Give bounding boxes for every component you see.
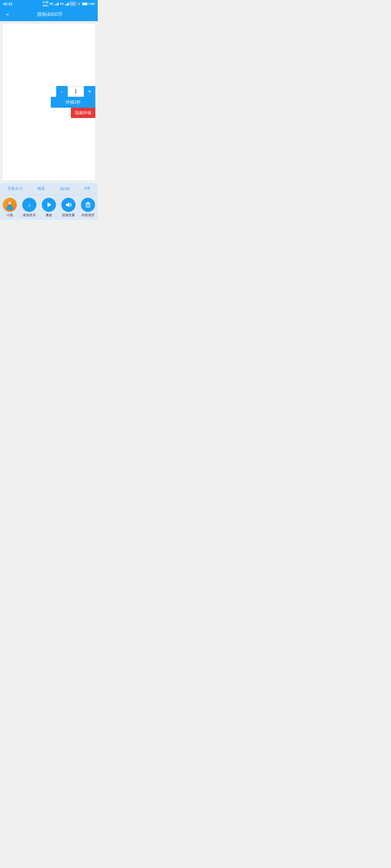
word-count-display: 0字 bbox=[84, 186, 90, 191]
volume-icon-circle bbox=[61, 198, 76, 212]
nav-item-play[interactable]: 播放 bbox=[41, 198, 57, 218]
nav-label-xiaoyan: 小燕 bbox=[6, 213, 13, 218]
nav-item-volume[interactable]: 语速音量 bbox=[60, 198, 77, 218]
page-title: 限制4000字 bbox=[15, 11, 85, 18]
nav-label-add-music: 添加音乐 bbox=[23, 213, 36, 218]
counter-minus-button[interactable]: - bbox=[56, 86, 67, 97]
weird-sound-button[interactable]: 怪音 bbox=[37, 186, 45, 191]
signal-icon-1 bbox=[55, 2, 59, 5]
person-icon bbox=[5, 199, 15, 210]
svg-marker-6 bbox=[66, 203, 69, 207]
counter-value-display: 1 bbox=[67, 86, 84, 97]
svg-point-3 bbox=[7, 206, 13, 210]
volume-icon bbox=[65, 201, 72, 208]
time-display: 02:33 bbox=[3, 2, 12, 6]
play-triangle-icon bbox=[45, 201, 52, 208]
svg-marker-5 bbox=[48, 203, 51, 207]
hide-pause-button[interactable]: 隐藏停顿 bbox=[71, 108, 95, 118]
hd-label: HD bbox=[70, 2, 76, 6]
avatar-xiaoyan bbox=[3, 198, 17, 212]
svg-text:♪: ♪ bbox=[28, 202, 31, 208]
time-display: 00:00 bbox=[60, 187, 69, 191]
counter-row: - 1 + bbox=[56, 86, 95, 97]
nav-item-clear[interactable]: 内容清空 bbox=[80, 198, 96, 218]
speed-display: 0.30 KB/S bbox=[43, 1, 49, 7]
svg-point-2 bbox=[8, 201, 12, 205]
nav-label-play: 播放 bbox=[46, 213, 52, 218]
status-bar-right: 0.30 KB/S 4G 4G HD ⚡ 100 bbox=[43, 1, 94, 7]
trash-can-icon bbox=[84, 201, 91, 208]
bottom-nav: 小燕 ♪ 添加音乐 播放 语速音量 bbox=[0, 195, 98, 220]
svg-rect-9 bbox=[87, 202, 89, 203]
network2-label: 4G bbox=[60, 2, 64, 5]
back-button[interactable]: ＜ bbox=[4, 10, 15, 19]
pause-button[interactable]: 停顿1秒 bbox=[51, 97, 95, 108]
battery-icon bbox=[82, 2, 88, 5]
status-bar: 02:33 0.30 KB/S 4G 4G HD ⚡ bbox=[0, 0, 98, 8]
content-area[interactable]: - 1 + 停顿1秒 隐藏停顿 bbox=[2, 23, 95, 181]
counter-widget: - 1 + 停顿1秒 隐藏停顿 bbox=[51, 86, 95, 118]
bottom-toolbar: 字体大小 怪音 00:00 0字 bbox=[0, 183, 98, 195]
music-icon-circle: ♪ bbox=[22, 198, 36, 212]
network1-label: 4G bbox=[49, 2, 54, 5]
play-icon-circle bbox=[42, 198, 56, 212]
counter-plus-button[interactable]: + bbox=[84, 86, 95, 97]
signal-icon-2 bbox=[65, 2, 69, 5]
nav-label-clear: 内容清空 bbox=[81, 213, 94, 218]
nav-item-add-music[interactable]: ♪ 添加音乐 bbox=[21, 198, 37, 218]
lightning-icon: ⚡ bbox=[77, 2, 81, 6]
battery-level: 100 bbox=[90, 2, 94, 5]
nav-item-xiaoyan[interactable]: 小燕 bbox=[2, 198, 18, 218]
nav-label-volume: 语速音量 bbox=[62, 213, 75, 218]
font-size-button[interactable]: 字体大小 bbox=[7, 186, 23, 191]
music-note-icon: ♪ bbox=[26, 201, 33, 208]
header: ＜ 限制4000字 bbox=[0, 8, 98, 21]
trash-icon-circle bbox=[81, 198, 95, 212]
